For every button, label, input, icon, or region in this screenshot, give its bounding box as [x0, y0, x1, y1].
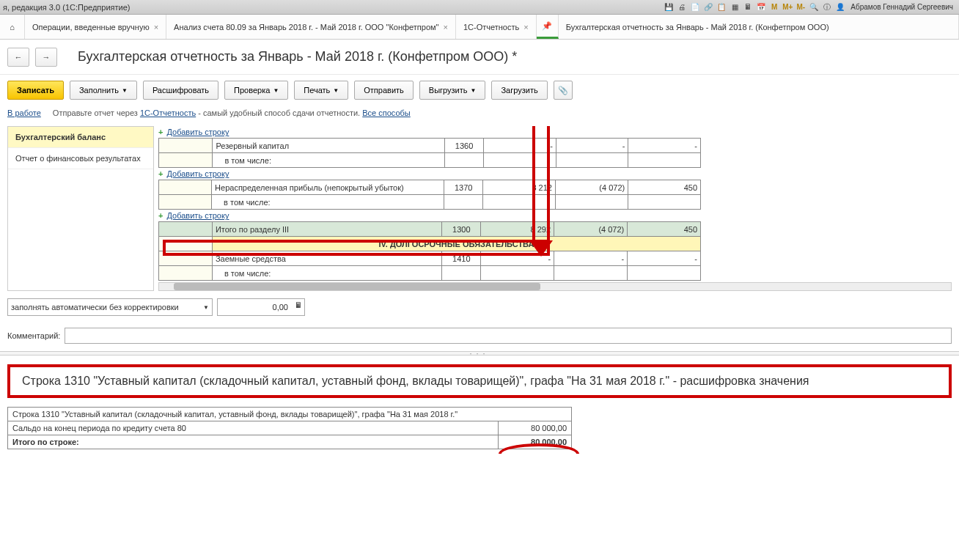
detail-total-amount: 80 000,00 — [499, 435, 572, 449]
close-icon[interactable]: × — [443, 23, 447, 32]
hint-link-b[interactable]: Все способы — [362, 108, 411, 117]
detail-row-desc: Сальдо на конец периода по кредиту счета… — [8, 421, 499, 435]
decrypt-button[interactable]: Расшифровать — [143, 81, 218, 100]
chevron-down-icon: ▼ — [471, 87, 477, 94]
row-including: в том числе: — [213, 153, 445, 168]
back-button[interactable]: ← — [7, 48, 29, 67]
detail-row-desc: Строка 1310 "Уставный капитал (складочны… — [8, 408, 572, 421]
load-button[interactable]: Загрузить — [491, 81, 547, 100]
detail-heading: Строка 1310 "Уставный капитал (складочны… — [7, 364, 952, 398]
row-borrowed-funds: Заемные средства — [212, 251, 441, 266]
nav-row: ← → Бухгалтерская отчетность за Январь -… — [0, 40, 959, 75]
select-value: заполнять автоматически без корректировк… — [11, 303, 179, 312]
hint-link-a[interactable]: 1С-Отчетность — [140, 108, 196, 117]
attach-button[interactable]: 📎 — [554, 81, 573, 100]
calc-picker-icon[interactable]: 🖩 — [295, 301, 302, 309]
forward-button[interactable]: → — [35, 48, 57, 67]
code-cell: 1300 — [442, 222, 481, 237]
print-icon[interactable]: 🖨 — [676, 1, 688, 13]
zoom-icon[interactable]: 🔍 — [808, 1, 820, 13]
copy-icon[interactable]: 📋 — [716, 1, 727, 13]
send-button[interactable]: Отправить — [354, 81, 414, 100]
value-cell[interactable]: - — [481, 251, 554, 266]
close-icon[interactable]: × — [523, 23, 528, 32]
code-cell: 1370 — [444, 180, 483, 195]
save-button[interactable]: Записать — [7, 81, 64, 100]
calendar-icon[interactable]: 📅 — [755, 1, 767, 13]
title-bar: я, редакция 3.0 (1С:Предприятие) 💾 🖨 📄 🔗… — [0, 0, 959, 15]
detail-table: Строка 1310 "Уставный капитал (складочны… — [7, 407, 572, 449]
table-area: + Добавить строку Резервный капитал 1360… — [158, 126, 952, 291]
fill-button[interactable]: Заполнить▼ — [70, 81, 137, 100]
side-nav: Бухгалтерский баланс Отчет о финансовых … — [7, 126, 154, 291]
splitter[interactable] — [0, 351, 959, 355]
horizontal-scrollbar[interactable] — [158, 282, 952, 291]
value-cell: 8 292 — [481, 222, 554, 237]
tab-accounting-report[interactable]: Бухгалтерская отчетность за Январь - Май… — [559, 15, 959, 39]
table-row: в том числе: — [159, 153, 701, 168]
info-icon[interactable]: ⓘ — [821, 1, 833, 13]
value-cell[interactable]: 8 212 — [483, 180, 556, 195]
value-input[interactable]: 0,00 🖩 — [217, 298, 305, 316]
tab-analysis[interactable]: Анализ счета 80.09 за Январь 2018 г. - М… — [166, 15, 456, 39]
nav-financial-results[interactable]: Отчет о финансовых результатах — [8, 148, 153, 169]
status-link[interactable]: В работе — [7, 108, 41, 117]
doc-icon[interactable]: 📄 — [689, 1, 701, 13]
value-cell[interactable]: - — [554, 251, 628, 266]
value-cell[interactable]: - — [628, 139, 701, 153]
tab-accounting-label: Бухгалтерская отчетность за Январь - Май… — [566, 23, 829, 32]
table-row: Заемные средства 1410 - - - — [159, 251, 701, 266]
save-disk-icon[interactable]: 💾 — [663, 1, 675, 13]
user-name: Абрамов Геннадий Сергеевич — [848, 3, 956, 11]
table-row: в том числе: — [159, 266, 701, 281]
table-row: Строка 1310 "Уставный капитал (складочны… — [8, 408, 572, 421]
mplus-icon[interactable]: M+ — [782, 1, 793, 13]
tab-reporting-label: 1С-Отчетность — [463, 23, 519, 32]
row-retained-earnings: Нераспределенная прибыль (непокрытый убы… — [212, 180, 444, 195]
value-cell[interactable]: (4 072) — [555, 180, 628, 195]
tab-reporting[interactable]: 1С-Отчетность × — [456, 15, 537, 39]
link-icon[interactable]: 🔗 — [702, 1, 714, 13]
value-cell[interactable]: - — [556, 139, 628, 153]
fill-mode-select[interactable]: заполнять автоматически без корректировк… — [7, 298, 213, 316]
tab-pin[interactable]: 📌 — [537, 15, 559, 39]
nav-balance[interactable]: Бухгалтерский баланс — [8, 127, 153, 148]
detail-total-label: Итого по строке: — [8, 435, 499, 449]
m-memory-icon[interactable]: M — [768, 1, 780, 13]
hint-text-b: - самый удобный способ сдачи отчетности. — [198, 108, 362, 117]
grid-icon[interactable]: ▦ — [729, 1, 741, 13]
user-icon[interactable]: 👤 — [834, 1, 846, 13]
value-cell: (4 072) — [554, 222, 628, 237]
page-title: Бухгалтерская отчетность за Январь - Май… — [78, 49, 517, 65]
unload-button[interactable]: Выгрузить▼ — [419, 81, 486, 100]
plus-icon: + — [158, 128, 163, 136]
print-button[interactable]: Печать▼ — [294, 81, 348, 100]
main-tabs: ⌂ Операции, введенные вручную × Анализ с… — [0, 15, 959, 40]
calc-icon[interactable]: 🖩 — [742, 1, 754, 13]
table-row-total: Итого по строке: 80 000,00 — [8, 435, 572, 449]
comment-input[interactable] — [65, 328, 952, 344]
section-header: IV. ДОЛГОСРОЧНЫЕ ОБЯЗАТЕЛЬСТВА — [212, 237, 700, 251]
check-button[interactable]: Проверка▼ — [224, 81, 288, 100]
tab-home[interactable]: ⌂ — [0, 15, 25, 39]
value-cell[interactable]: - — [484, 139, 556, 153]
table-row-total: Итого по разделу III 1300 8 292 (4 072) … — [159, 222, 701, 237]
tab-operations[interactable]: Операции, введенные вручную × — [25, 15, 166, 39]
chevron-down-icon: ▼ — [203, 304, 209, 311]
value-cell[interactable]: - — [628, 251, 701, 266]
comment-label: Комментарий: — [7, 331, 60, 340]
detail-amount: 80 000,00 — [499, 421, 572, 435]
close-icon[interactable]: × — [154, 23, 158, 32]
window-title: я, редакция 3.0 (1С:Предприятие) — [3, 3, 130, 12]
chevron-down-icon: ▼ — [333, 87, 339, 94]
add-row-link[interactable]: Добавить строку — [167, 211, 229, 220]
content: Бухгалтерский баланс Отчет о финансовых … — [0, 123, 959, 294]
add-row-link[interactable]: Добавить строку — [167, 128, 229, 136]
value-cell[interactable]: 450 — [628, 180, 701, 195]
tab-operations-label: Операции, введенные вручную — [32, 23, 150, 32]
plus-icon: + — [158, 211, 163, 220]
mminus-icon[interactable]: M- — [795, 1, 806, 13]
hint-row: В работе Отправьте отчет через 1С-Отчетн… — [0, 106, 959, 123]
chevron-down-icon: ▼ — [122, 87, 128, 94]
add-row-link[interactable]: Добавить строку — [167, 169, 229, 178]
